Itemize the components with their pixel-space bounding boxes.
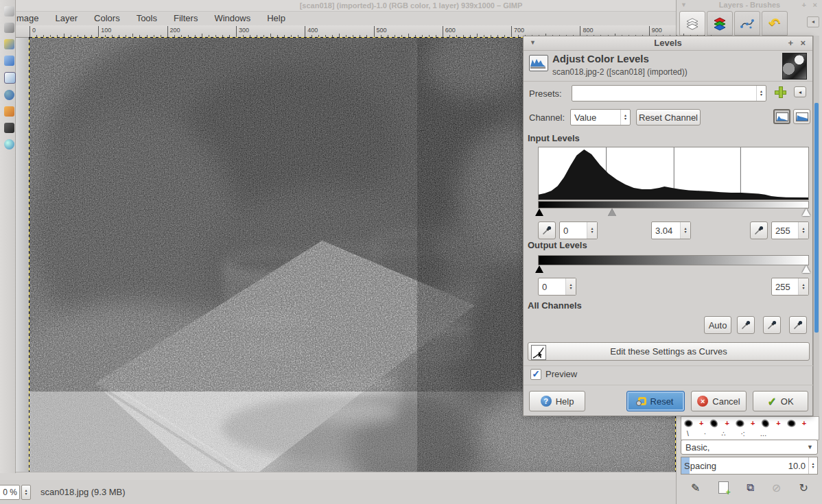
levels-tool-icon xyxy=(529,55,548,71)
channel-combo[interactable]: Value ▴▾ xyxy=(570,109,631,125)
tool-icon[interactable] xyxy=(4,56,14,66)
brush-preview[interactable]: · xyxy=(704,430,706,437)
duplicate-brush-icon[interactable]: ⧉ xyxy=(747,481,754,494)
brush-preview[interactable]: \ xyxy=(687,430,689,437)
spacing-spinner[interactable]: ▴▾ xyxy=(808,457,817,474)
brush-preview[interactable] xyxy=(760,417,771,429)
new-brush-icon[interactable] xyxy=(718,481,729,494)
output-low-spinbox[interactable]: 0 ▴▾ xyxy=(538,278,576,296)
menu-item-colors[interactable]: Colors xyxy=(86,12,128,25)
tab-layers[interactable] xyxy=(679,11,705,36)
preview-checkbox[interactable]: ✓ xyxy=(530,369,541,380)
add-preset-button[interactable] xyxy=(775,86,787,99)
input-white-slider[interactable] xyxy=(802,208,810,216)
input-gamma-spinbox[interactable]: 3.04 ▴▾ xyxy=(651,221,691,239)
output-black-slider[interactable] xyxy=(535,265,543,273)
refresh-brushes-icon[interactable]: ↻ xyxy=(799,481,808,494)
input-slider-track[interactable] xyxy=(538,208,809,217)
output-slider-track[interactable] xyxy=(538,265,809,274)
brush-preview[interactable] xyxy=(786,419,796,428)
edit-brush-icon[interactable]: ✎ xyxy=(691,481,700,494)
brush-preview[interactable]: ∴ xyxy=(721,430,725,437)
chevron-down-icon: ▼ xyxy=(807,444,813,451)
cancel-button[interactable]: × Cancel xyxy=(691,391,747,411)
reset-button[interactable]: Reset xyxy=(626,391,685,411)
brush-preset-dropdown[interactable]: Basic, ▼ xyxy=(681,440,818,455)
spacing-value: 10.0 xyxy=(788,461,806,471)
dialog-add-icon[interactable]: + xyxy=(788,36,793,49)
dialog-titlebar[interactable]: ▼ Levels + × xyxy=(524,36,812,51)
input-gradient-strip xyxy=(538,201,809,208)
preview-row: ✓ Preview xyxy=(524,365,814,381)
tool-icon[interactable] xyxy=(4,6,14,16)
tab-undo-history[interactable]: ↶ xyxy=(762,11,788,36)
all-white-picker-button[interactable] xyxy=(789,316,807,334)
input-spin-row: 0 ▴▾ 3.04 ▴▾ 255 ▴▾ xyxy=(524,221,814,239)
zoom-spinner[interactable]: ▴▾ xyxy=(21,485,31,500)
dock-tab-menu-button[interactable]: ◂ xyxy=(807,16,819,27)
menu-item-filters[interactable]: Filters xyxy=(165,12,206,25)
channel-label: Channel: xyxy=(529,112,565,123)
menu-item-mage[interactable]: mage xyxy=(15,12,47,25)
all-gray-picker-button[interactable] xyxy=(763,316,781,334)
input-high-spinbox[interactable]: 255 ▴▾ xyxy=(771,221,809,239)
dialog-scrollbar-thumb[interactable] xyxy=(814,103,819,333)
white-point-picker-button[interactable] xyxy=(750,221,768,239)
help-icon: ? xyxy=(541,396,552,407)
brush-preview[interactable] xyxy=(736,419,745,427)
histogram-panel[interactable] xyxy=(538,147,809,200)
chevron-down-icon[interactable]: ▼ xyxy=(530,36,536,49)
tool-icon[interactable] xyxy=(4,123,14,133)
output-white-slider[interactable] xyxy=(802,265,810,273)
dock-titlebar[interactable]: ▼ Layers - Brushes + × xyxy=(677,0,822,10)
histogram-log-toggle[interactable] xyxy=(793,109,810,124)
zoom-level-value: 0 % xyxy=(3,488,17,497)
dock-tab-bar: ↶ xyxy=(679,11,788,36)
input-low-spinbox[interactable]: 0 ▴▾ xyxy=(559,221,598,239)
output-high-spinbox[interactable]: 255 ▴▾ xyxy=(771,278,809,296)
combo-arrows-icon: ▴▾ xyxy=(756,86,766,101)
tool-icon[interactable] xyxy=(4,106,14,117)
ok-button[interactable]: ✓ OK xyxy=(753,391,808,411)
chevron-down-icon[interactable]: ▼ xyxy=(681,0,687,10)
all-channels-row: Auto xyxy=(524,316,814,335)
edit-as-curves-label: Edit these Settings as Curves xyxy=(610,346,727,357)
dialog-close-icon[interactable]: × xyxy=(800,36,806,49)
brush-preview[interactable] xyxy=(708,417,720,429)
menu-item-tools[interactable]: Tools xyxy=(128,12,165,25)
help-button[interactable]: ? Help xyxy=(529,391,585,411)
input-gamma-slider[interactable] xyxy=(608,208,616,216)
dialog-header: Adjust Color Levels scan018.jpg-2 ([scan… xyxy=(524,51,812,82)
brush-preview[interactable] xyxy=(684,420,693,427)
all-black-picker-button[interactable] xyxy=(737,316,755,334)
levels-dialog: ▼ Levels + × Adjust Color Levels scan018… xyxy=(523,36,813,416)
zoom-level-input[interactable]: 0 % xyxy=(0,485,20,500)
reset-channel-button[interactable]: Reset Channel xyxy=(636,109,701,125)
dock-minimize-icon[interactable]: + xyxy=(802,0,806,10)
tab-channels[interactable] xyxy=(707,11,733,36)
auto-button[interactable]: Auto xyxy=(704,316,731,334)
edit-as-curves-button[interactable]: Edit these Settings as Curves xyxy=(528,342,810,361)
input-black-slider[interactable] xyxy=(535,208,543,216)
dock-close-icon[interactable]: × xyxy=(813,0,817,10)
tool-icon[interactable] xyxy=(4,39,14,49)
presets-combo[interactable]: ▴▾ xyxy=(572,85,766,101)
histogram-linear-toggle[interactable] xyxy=(773,109,790,124)
tool-icon[interactable] xyxy=(4,139,14,149)
brush-spacing-slider[interactable]: Spacing 10.0 ▴▾ xyxy=(681,457,818,475)
brush-grid[interactable]: +++++ \·∴·:… xyxy=(681,416,819,440)
brush-preview[interactable]: ·: xyxy=(741,430,745,437)
brush-selected-marker: + xyxy=(699,420,703,427)
dialog-scrollbar-track[interactable] xyxy=(813,36,819,416)
black-point-picker-button[interactable] xyxy=(538,221,556,239)
menu-item-layer[interactable]: Layer xyxy=(47,12,86,25)
tool-icon[interactable] xyxy=(4,72,16,84)
image-thumbnail xyxy=(782,53,807,80)
tool-icon[interactable] xyxy=(4,23,14,33)
brush-preview[interactable]: … xyxy=(760,430,767,437)
tool-icon[interactable] xyxy=(4,90,14,100)
menu-item-help[interactable]: Help xyxy=(259,12,294,25)
menu-item-windows[interactable]: Windows xyxy=(206,12,259,25)
tab-paths[interactable] xyxy=(734,11,760,36)
preset-menu-button[interactable]: ◂ xyxy=(794,86,806,97)
